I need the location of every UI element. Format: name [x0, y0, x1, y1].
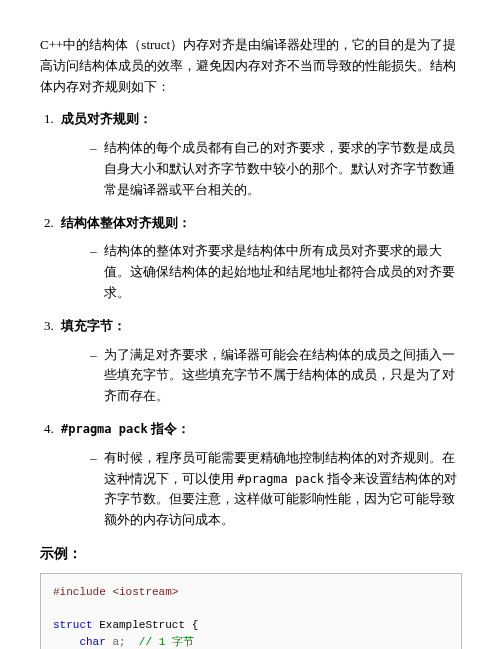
intro-paragraph: C++中的结构体（struct）内存对齐是由编译器处理的，它的目的是为了提高访问…: [40, 35, 462, 97]
rule-item-4: 4. #pragma pack 指令： 有时候，程序员可能需要更精确地控制结构体…: [62, 419, 462, 531]
rule-item-2: 2. 结构体整体对齐规则： 结构体的整体对齐要求是结构体中所有成员对齐要求的最大…: [62, 213, 462, 304]
rule-title: #pragma pack 指令：: [61, 421, 190, 436]
rule-sub-item: 结构体的整体对齐要求是结构体中所有成员对齐要求的最大值。这确保结构体的起始地址和…: [90, 241, 462, 303]
rule-sub-list: 结构体的每个成员都有自己的对齐要求，要求的字节数是成员自身大小和默认对齐字节数中…: [62, 138, 462, 200]
rule-title: 成员对齐规则：: [61, 111, 152, 126]
code-block: #include <iostream> struct ExampleStruct…: [40, 573, 462, 649]
rule-number: 1.: [44, 109, 54, 130]
rule-number: 3.: [44, 316, 54, 337]
rule-item-3: 3. 填充字节： 为了满足对齐要求，编译器可能会在结构体的成员之间插入一些填充字…: [62, 316, 462, 407]
rule-sub-list: 有时候，程序员可能需要更精确地控制结构体的对齐规则。在这种情况下，可以使用 #p…: [62, 448, 462, 531]
pragma-code: #pragma pack: [61, 422, 148, 436]
rule-sub-item: 结构体的每个成员都有自己的对齐要求，要求的字节数是成员自身大小和默认对齐字节数中…: [90, 138, 462, 200]
struct-name: ExampleStruct {: [93, 619, 199, 631]
rule-number: 4.: [44, 419, 54, 440]
rules-list: 1. 成员对齐规则： 结构体的每个成员都有自己的对齐要求，要求的字节数是成员自身…: [40, 109, 462, 531]
indent: [53, 636, 79, 648]
struct-kw: struct: [53, 619, 93, 631]
include-line: #include <iostream>: [53, 586, 178, 598]
comment: // 1 字节: [126, 636, 194, 648]
rule-sub-list: 为了满足对齐要求，编译器可能会在结构体的成员之间插入一些填充字节。这些填充字节不…: [62, 345, 462, 407]
rule-title-suffix: 指令：: [148, 421, 190, 436]
var-a: a;: [106, 636, 126, 648]
rule-item-1: 1. 成员对齐规则： 结构体的每个成员都有自己的对齐要求，要求的字节数是成员自身…: [62, 109, 462, 200]
char-type: char: [79, 636, 105, 648]
rule-sub-item: 有时候，程序员可能需要更精确地控制结构体的对齐规则。在这种情况下，可以使用 #p…: [90, 448, 462, 531]
rule-sub-item: 为了满足对齐要求，编译器可能会在结构体的成员之间插入一些填充字节。这些填充字节不…: [90, 345, 462, 407]
rule-title: 填充字节：: [61, 318, 126, 333]
example-heading: 示例：: [40, 543, 462, 565]
rule-title: 结构体整体对齐规则：: [61, 215, 191, 230]
pragma-inline: #pragma pack: [237, 472, 324, 486]
rule-number: 2.: [44, 213, 54, 234]
rule-sub-list: 结构体的整体对齐要求是结构体中所有成员对齐要求的最大值。这确保结构体的起始地址和…: [62, 241, 462, 303]
